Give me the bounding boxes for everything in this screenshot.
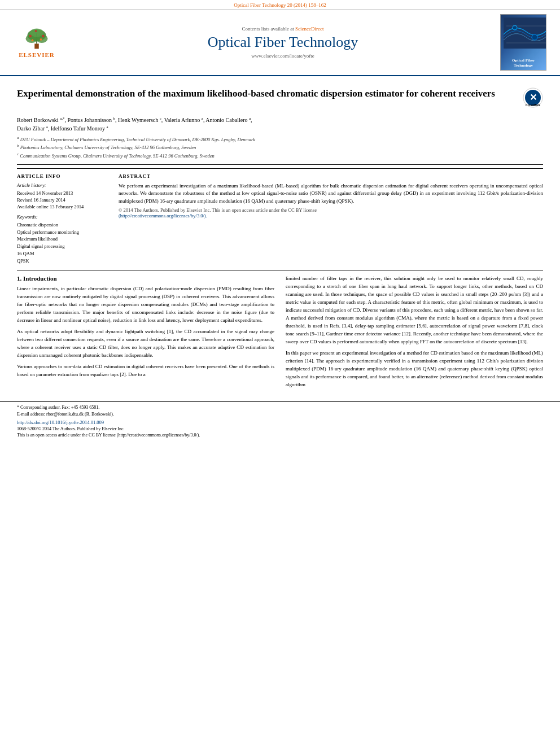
issn-line2: This is an open access article under the… bbox=[17, 433, 543, 438]
article-info-col: ARTICLE INFO Article history: Received 1… bbox=[17, 173, 107, 265]
svg-point-10 bbox=[32, 40, 34, 42]
abstract-text: We perform an experimental investigation… bbox=[119, 182, 543, 206]
available-date: Available online 13 February 2014 bbox=[17, 204, 107, 209]
journal-url: www.elsevier.com/locate/yofte bbox=[251, 53, 314, 59]
journal-title-area: Contents lists available at ScienceDirec… bbox=[73, 14, 492, 71]
intro-para1: Linear impairments, in particular chroma… bbox=[17, 285, 274, 325]
keyword-5: 16 QAM bbox=[17, 250, 107, 257]
svg-point-8 bbox=[35, 30, 37, 32]
cc-license-line: © 2014 The Authors. Published by Elsevie… bbox=[119, 207, 543, 219]
abstract-col: ABSTRACT We perform an experimental inve… bbox=[119, 173, 543, 265]
svg-point-7 bbox=[42, 35, 45, 38]
publisher-logo: ELSEVIER bbox=[6, 14, 68, 71]
intro-two-col: 1. Introduction Linear impairments, in p… bbox=[17, 275, 543, 392]
science-direct-text: Contents lists available at ScienceDirec… bbox=[242, 26, 324, 32]
keyword-3: Maximum likelihood bbox=[17, 235, 107, 243]
journal-header: ELSEVIER Contents lists available at Sci… bbox=[0, 10, 560, 76]
cover-graphic bbox=[504, 18, 546, 49]
svg-point-9 bbox=[40, 38, 42, 41]
science-direct-link[interactable]: ScienceDirect bbox=[295, 26, 323, 32]
svg-text:✕: ✕ bbox=[530, 93, 537, 102]
main-text-section: 1. Introduction Linear impairments, in p… bbox=[17, 270, 543, 392]
svg-point-6 bbox=[29, 35, 32, 38]
separator bbox=[17, 164, 543, 165]
authors-line: Robert Borkowski a,*, Pontus Johannisson… bbox=[17, 116, 543, 133]
intro-para4: limited number of filter taps in the rec… bbox=[286, 275, 543, 346]
keyword-2: Optical performance monitoring bbox=[17, 229, 107, 236]
email-note: E-mail address: rbor@fotonik.dtu.dk (R. … bbox=[17, 411, 543, 418]
intro-para2: As optical networks adopt flexibility an… bbox=[17, 328, 274, 360]
affil-b: b Photonics Laboratory, Chalmers Univers… bbox=[17, 143, 543, 151]
svg-point-5 bbox=[30, 28, 43, 37]
info-abstract-row: ARTICLE INFO Article history: Received 1… bbox=[17, 168, 543, 265]
svg-point-13 bbox=[532, 34, 537, 40]
crossmark-logo: ✕ CrossMark bbox=[523, 88, 543, 111]
abstract-heading: ABSTRACT bbox=[119, 173, 543, 179]
cc-link[interactable]: (http://creativecommons.org/licenses/by/… bbox=[119, 213, 207, 219]
history-label: Article history: bbox=[17, 182, 107, 188]
svg-text:CrossMark: CrossMark bbox=[526, 103, 540, 107]
cover-title: Optical FiberTechnology bbox=[512, 58, 535, 68]
keyword-1: Chromatic dispersion bbox=[17, 221, 107, 229]
keyword-6: QPSK bbox=[17, 257, 107, 265]
keyword-4: Digital signal processing bbox=[17, 243, 107, 250]
keywords-label: Keywords: bbox=[17, 214, 107, 220]
affiliations: a DTU Fotonik – Department of Photonics … bbox=[17, 136, 543, 160]
intro-left-col: 1. Introduction Linear impairments, in p… bbox=[17, 275, 274, 392]
cover-image: Optical FiberTechnology bbox=[500, 14, 546, 71]
journal-citation: Optical Fiber Technology 20 (2014) 158–1… bbox=[234, 2, 326, 8]
intro-right-col: limited number of filter taps in the rec… bbox=[286, 275, 543, 392]
corresponding-author-note: * Corresponding author. Fax: +45 4593 65… bbox=[17, 404, 543, 411]
svg-rect-11 bbox=[504, 18, 546, 49]
intro-heading: 1. Introduction bbox=[17, 275, 274, 282]
page: Optical Fiber Technology 20 (2014) 158–1… bbox=[0, 0, 560, 747]
intro-para3: Various approaches to non-data aided CD … bbox=[17, 363, 274, 379]
intro-para5: In this paper we present an experimental… bbox=[286, 350, 543, 389]
footer: * Corresponding author. Fax: +45 4593 65… bbox=[0, 401, 560, 440]
article-body: Experimental demonstration of the maximu… bbox=[0, 76, 560, 398]
journal-title: Optical Fiber Technology bbox=[208, 34, 358, 51]
journal-cover: Optical FiberTechnology bbox=[498, 14, 549, 71]
article-title-row: Experimental demonstration of the maximu… bbox=[17, 88, 543, 111]
article-title: Experimental demonstration of the maximu… bbox=[17, 88, 517, 100]
article-info-heading: ARTICLE INFO bbox=[17, 173, 107, 179]
elsevier-logo: ELSEVIER bbox=[8, 25, 65, 59]
journal-top-bar: Optical Fiber Technology 20 (2014) 158–1… bbox=[0, 0, 560, 10]
elsevier-tree-icon bbox=[20, 27, 54, 50]
issn-line1: 1068-5200/© 2014 The Authors. Published … bbox=[17, 426, 543, 431]
affil-c: c Communication Systems Group, Chalmers … bbox=[17, 152, 543, 160]
elsevier-label: ELSEVIER bbox=[19, 51, 55, 58]
revised-date: Revised 16 January 2014 bbox=[17, 197, 107, 203]
affil-a: a DTU Fotonik – Department of Photonics … bbox=[17, 136, 543, 143]
doi-link[interactable]: http://dx.doi.org/10.1016/j.yofte.2014.0… bbox=[17, 420, 543, 425]
received-date: Received 14 November 2013 bbox=[17, 190, 107, 196]
svg-rect-0 bbox=[34, 43, 39, 49]
